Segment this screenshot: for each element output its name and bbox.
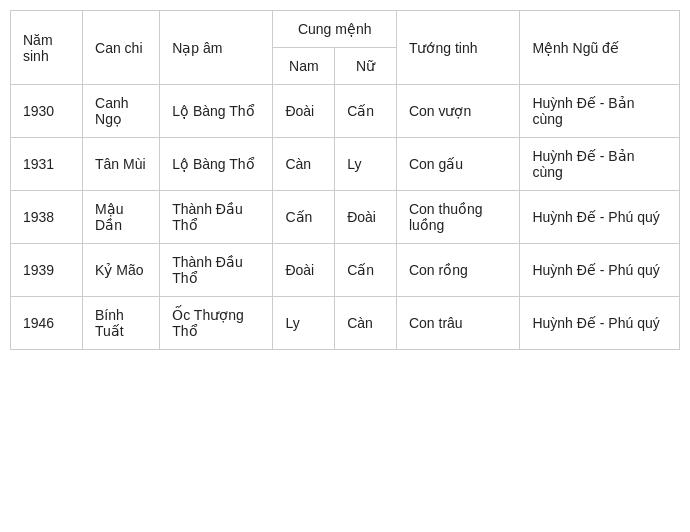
cell-nap-am: Ốc Thượng Thổ: [160, 297, 273, 350]
cell-can-chi: Tân Mùi: [83, 138, 160, 191]
cell-nap-am: Thành Đầu Thổ: [160, 244, 273, 297]
cell-tuong-tinh: Con rồng: [396, 244, 520, 297]
table-row: 1938Mậu DầnThành Đầu ThổCấnĐoàiCon thuồn…: [11, 191, 680, 244]
cell-nam-sinh: 1946: [11, 297, 83, 350]
cell-menh-ngu-de: Huỳnh Đế - Phú quý: [520, 297, 680, 350]
cell-cung-menh-nam: Cấn: [273, 191, 335, 244]
cell-cung-menh-nam: Ly: [273, 297, 335, 350]
cell-menh-ngu-de: Huỳnh Đế - Bản cùng: [520, 85, 680, 138]
header-row-1: Năm sinh Can chi Nạp âm Cung mệnh Tướng …: [11, 11, 680, 48]
header-can-chi: Can chi: [83, 11, 160, 85]
cell-tuong-tinh: Con thuồng luồng: [396, 191, 520, 244]
cell-menh-ngu-de: Huỳnh Đế - Phú quý: [520, 244, 680, 297]
header-cung-menh: Cung mệnh: [273, 11, 397, 48]
cell-nap-am: Lộ Bàng Thổ: [160, 85, 273, 138]
table-body: 1930Canh NgọLộ Bàng ThổĐoàiCấnCon vượnHu…: [11, 85, 680, 350]
cell-cung-menh-nam: Đoài: [273, 85, 335, 138]
cell-cung-menh-nam: Đoài: [273, 244, 335, 297]
cell-can-chi: Kỷ Mão: [83, 244, 160, 297]
header-tuong-tinh: Tướng tinh: [396, 11, 520, 85]
cell-nap-am: Thành Đầu Thổ: [160, 191, 273, 244]
cell-nam-sinh: 1938: [11, 191, 83, 244]
cell-cung-menh-nam: Càn: [273, 138, 335, 191]
header-cung-menh-nam: Nam: [273, 48, 335, 85]
table-row: 1939Kỷ MãoThành Đầu ThổĐoàiCấnCon rồngHu…: [11, 244, 680, 297]
cell-tuong-tinh: Con trâu: [396, 297, 520, 350]
cell-nam-sinh: 1939: [11, 244, 83, 297]
table-row: 1930Canh NgọLộ Bàng ThổĐoàiCấnCon vượnHu…: [11, 85, 680, 138]
cell-nap-am: Lộ Bàng Thổ: [160, 138, 273, 191]
cell-menh-ngu-de: Huỳnh Đế - Phú quý: [520, 191, 680, 244]
cell-tuong-tinh: Con vượn: [396, 85, 520, 138]
table-row: 1931Tân MùiLộ Bàng ThổCànLyCon gấuHuỳnh …: [11, 138, 680, 191]
header-cung-menh-nu: Nữ: [335, 48, 397, 85]
cell-can-chi: Canh Ngọ: [83, 85, 160, 138]
header-nam-sinh: Năm sinh: [11, 11, 83, 85]
header-menh-ngu-de: Mệnh Ngũ đế: [520, 11, 680, 85]
cell-cung-menh-nu: Cấn: [335, 85, 397, 138]
cell-cung-menh-nu: Ly: [335, 138, 397, 191]
cell-can-chi: Bính Tuất: [83, 297, 160, 350]
cell-cung-menh-nu: Đoài: [335, 191, 397, 244]
table-row: 1946Bính TuấtỐc Thượng ThổLyCànCon trâuH…: [11, 297, 680, 350]
main-table: Năm sinh Can chi Nạp âm Cung mệnh Tướng …: [10, 10, 680, 350]
header-nap-am: Nạp âm: [160, 11, 273, 85]
cell-menh-ngu-de: Huỳnh Đế - Bản cùng: [520, 138, 680, 191]
cell-cung-menh-nu: Càn: [335, 297, 397, 350]
cell-can-chi: Mậu Dần: [83, 191, 160, 244]
cell-tuong-tinh: Con gấu: [396, 138, 520, 191]
table-wrapper: Năm sinh Can chi Nạp âm Cung mệnh Tướng …: [10, 10, 680, 350]
cell-cung-menh-nu: Cấn: [335, 244, 397, 297]
cell-nam-sinh: 1930: [11, 85, 83, 138]
cell-nam-sinh: 1931: [11, 138, 83, 191]
